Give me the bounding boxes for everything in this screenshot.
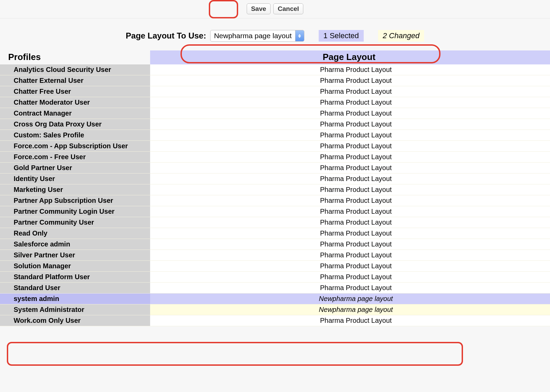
profile-cell[interactable]: Standard User <box>0 283 150 293</box>
column-header-profiles: Profiles <box>0 50 150 64</box>
table-row[interactable]: Salesforce adminPharma Product Layout <box>0 239 550 250</box>
select-spinner-icon[interactable] <box>295 30 304 41</box>
profile-cell[interactable]: Chatter Free User <box>0 86 150 97</box>
table-row[interactable]: Partner Community Login UserPharma Produ… <box>0 206 550 217</box>
cancel-button[interactable]: Cancel <box>273 3 303 14</box>
selected-count-pill: 1 Selected <box>319 30 364 42</box>
column-header-page-layout: Page Layout <box>150 50 550 64</box>
profile-cell[interactable]: Custom: Sales Profile <box>0 130 150 141</box>
profile-cell[interactable]: Contract Manager <box>0 108 150 119</box>
table-row[interactable]: Chatter Moderator UserPharma Product Lay… <box>0 97 550 108</box>
profile-cell[interactable]: Analytics Cloud Security User <box>0 64 150 75</box>
table-row[interactable]: system adminNewpharma page layout <box>0 293 550 304</box>
page-layout-cell[interactable]: Pharma Product Layout <box>150 108 550 119</box>
page-layout-cell[interactable]: Pharma Product Layout <box>150 250 550 261</box>
toolbar: Save Cancel <box>0 0 550 18</box>
profile-cell[interactable]: Chatter External User <box>0 75 150 86</box>
table-row[interactable]: Chatter Free UserPharma Product Layout <box>0 86 550 97</box>
profile-cell[interactable]: System Administrator <box>0 304 150 315</box>
table-row[interactable]: Marketing UserPharma Product Layout <box>0 184 550 195</box>
table-row[interactable]: Standard UserPharma Product Layout <box>0 283 550 293</box>
page-layout-cell[interactable]: Pharma Product Layout <box>150 152 550 163</box>
page-layout-cell[interactable]: Pharma Product Layout <box>150 195 550 206</box>
page-layout-cell[interactable]: Pharma Product Layout <box>150 75 550 86</box>
page-layout-cell[interactable]: Pharma Product Layout <box>150 315 550 326</box>
page-layout-cell[interactable]: Pharma Product Layout <box>150 228 550 239</box>
page-layout-cell[interactable]: Pharma Product Layout <box>150 272 550 283</box>
table-row[interactable]: Custom: Sales ProfilePharma Product Layo… <box>0 130 550 141</box>
profile-cell[interactable]: Partner Community User <box>0 217 150 228</box>
table-row[interactable]: Identity UserPharma Product Layout <box>0 174 550 184</box>
profile-cell[interactable]: Salesforce admin <box>0 239 150 250</box>
table-row[interactable]: Partner App Subscription UserPharma Prod… <box>0 195 550 206</box>
annotation-ring-save <box>209 0 238 18</box>
profile-cell[interactable]: Silver Partner User <box>0 250 150 261</box>
page-layout-cell[interactable]: Pharma Product Layout <box>150 184 550 195</box>
changed-count-pill: 2 Changed <box>378 30 424 42</box>
page-layout-cell[interactable]: Pharma Product Layout <box>150 97 550 108</box>
table-row[interactable]: Work.com Only UserPharma Product Layout <box>0 315 550 326</box>
profile-cell[interactable]: system admin <box>0 293 150 304</box>
save-button[interactable]: Save <box>247 3 271 14</box>
page-layout-cell[interactable]: Pharma Product Layout <box>150 119 550 130</box>
profile-cell[interactable]: Identity User <box>0 174 150 184</box>
profile-cell[interactable]: Work.com Only User <box>0 315 150 326</box>
table-row[interactable]: Partner Community UserPharma Product Lay… <box>0 217 550 228</box>
table-row[interactable]: Silver Partner UserPharma Product Layout <box>0 250 550 261</box>
profile-cell[interactable]: Solution Manager <box>0 261 150 272</box>
profile-cell[interactable]: Force.com - App Subscription User <box>0 141 150 152</box>
annotation-ring-changed-rows <box>7 342 463 366</box>
page-layout-cell[interactable]: Pharma Product Layout <box>150 217 550 228</box>
table-row[interactable]: System AdministratorNewpharma page layou… <box>0 304 550 315</box>
profile-cell[interactable]: Gold Partner User <box>0 163 150 174</box>
profile-cell[interactable]: Cross Org Data Proxy User <box>0 119 150 130</box>
page-layout-select-value: Newpharma page layout <box>211 30 295 41</box>
page-layout-cell[interactable]: Pharma Product Layout <box>150 130 550 141</box>
table-row[interactable]: Analytics Cloud Security UserPharma Prod… <box>0 64 550 75</box>
table-row[interactable]: Standard Platform UserPharma Product Lay… <box>0 272 550 283</box>
profile-cell[interactable]: Force.com - Free User <box>0 152 150 163</box>
page-layout-cell[interactable]: Pharma Product Layout <box>150 141 550 152</box>
table-row[interactable]: Gold Partner UserPharma Product Layout <box>0 163 550 174</box>
table-row[interactable]: Contract ManagerPharma Product Layout <box>0 108 550 119</box>
page-layout-cell[interactable]: Pharma Product Layout <box>150 174 550 184</box>
profile-cell[interactable]: Marketing User <box>0 184 150 195</box>
page-layout-select[interactable]: Newpharma page layout <box>210 30 304 42</box>
page-layout-cell[interactable]: Newpharma page layout <box>150 304 550 315</box>
page-layout-cell[interactable]: Pharma Product Layout <box>150 64 550 75</box>
table-row[interactable]: Force.com - App Subscription UserPharma … <box>0 141 550 152</box>
profile-cell[interactable]: Chatter Moderator User <box>0 97 150 108</box>
page-layout-controls: Page Layout To Use: Newpharma page layou… <box>0 18 550 49</box>
profile-cell[interactable]: Standard Platform User <box>0 272 150 283</box>
page-layout-cell[interactable]: Pharma Product Layout <box>150 86 550 97</box>
profile-cell[interactable]: Partner Community Login User <box>0 206 150 217</box>
table-row[interactable]: Chatter External UserPharma Product Layo… <box>0 75 550 86</box>
table-row[interactable]: Force.com - Free UserPharma Product Layo… <box>0 152 550 163</box>
page-layout-cell[interactable]: Pharma Product Layout <box>150 163 550 174</box>
table-row[interactable]: Read OnlyPharma Product Layout <box>0 228 550 239</box>
profile-cell[interactable]: Partner App Subscription User <box>0 195 150 206</box>
page-layout-cell[interactable]: Pharma Product Layout <box>150 283 550 293</box>
table-row[interactable]: Solution ManagerPharma Product Layout <box>0 261 550 272</box>
table-row[interactable]: Cross Org Data Proxy UserPharma Product … <box>0 119 550 130</box>
page-layout-to-use-label: Page Layout To Use: <box>126 31 206 41</box>
page-layout-cell[interactable]: Newpharma page layout <box>150 293 550 304</box>
page-layout-cell[interactable]: Pharma Product Layout <box>150 206 550 217</box>
page-layout-assignment-table: Profiles Page Layout Analytics Cloud Sec… <box>0 50 550 326</box>
profile-cell[interactable]: Read Only <box>0 228 150 239</box>
page-layout-cell[interactable]: Pharma Product Layout <box>150 239 550 250</box>
page-layout-cell[interactable]: Pharma Product Layout <box>150 261 550 272</box>
